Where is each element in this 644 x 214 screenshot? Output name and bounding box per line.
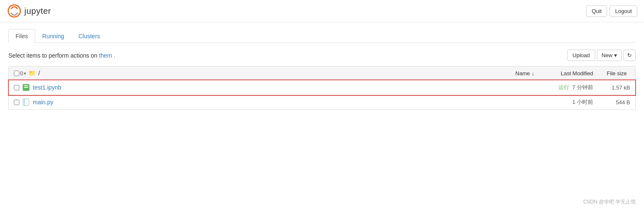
refresh-icon: ↻ [627, 52, 632, 58]
modified-time-main: 1 小时前 [572, 99, 593, 105]
file-checkbox-main[interactable] [14, 100, 19, 105]
modified-time-test1: 7 分钟前 [572, 84, 593, 90]
new-dropdown-icon: ▾ [614, 52, 617, 58]
jupyter-logo-icon [7, 3, 22, 18]
select-all-checkbox[interactable] [14, 71, 19, 76]
checkbox-dropdown-icon[interactable]: ▾ [24, 71, 26, 76]
action-text-prefix: Select items to perform actions on [8, 52, 97, 59]
file-checkbox-test1[interactable] [14, 85, 19, 90]
quit-button[interactable]: Quit [586, 5, 607, 17]
action-text-suffix: . [114, 52, 116, 59]
action-bar: Select items to perform actions on them … [8, 50, 636, 61]
select-all-wrapper: 0 ▾ [14, 70, 26, 77]
navbar: jupyter Quit Logout [0, 0, 644, 22]
file-name-main[interactable]: main.py [33, 99, 53, 106]
main-container: Files Running Clusters Select items to p… [0, 22, 644, 116]
col-name-header[interactable]: Name ↓ [512, 70, 538, 77]
notebook-icon [23, 84, 29, 91]
file-list-header: 0 ▾ 📁 / Name ↓ Last Modified File size [9, 66, 635, 80]
file-row-left-main: main.py [14, 98, 538, 106]
upload-button[interactable]: Upload [567, 50, 595, 61]
header-left: 0 ▾ 📁 / [14, 70, 512, 77]
tab-files[interactable]: Files [8, 29, 35, 43]
col-size-header: File size [597, 70, 630, 77]
file-name-test1[interactable]: test1.ipynb [33, 84, 61, 91]
action-text-link[interactable]: them [99, 52, 112, 59]
running-badge: 运行 [558, 84, 569, 90]
python-icon [23, 98, 29, 106]
brand: jupyter [7, 3, 51, 18]
file-size-test1: 1.57 kB [597, 85, 630, 91]
header-right: Name ↓ Last Modified File size [512, 70, 630, 77]
action-description: Select items to perform actions on them … [8, 52, 115, 59]
new-button-label: New [602, 52, 612, 58]
folder-icon: 📁 [29, 70, 36, 77]
logout-button[interactable]: Logout [610, 5, 637, 17]
file-row-left-test1: test1.ipynb [14, 84, 538, 91]
file-modified-main: 1 小时前 [538, 98, 597, 106]
file-action-buttons: Upload New ▾ ↻ [567, 50, 636, 61]
file-size-main: 544 B [597, 99, 630, 106]
new-button[interactable]: New ▾ [597, 50, 622, 61]
file-row-right-main: 1 小时前 544 B [538, 98, 630, 106]
file-modified-test1: 运行 7 分钟前 [538, 84, 597, 91]
file-row-main: main.py 1 小时前 544 B [9, 95, 635, 109]
col-modified-header[interactable]: Last Modified [538, 70, 597, 77]
tab-clusters[interactable]: Clusters [71, 29, 107, 43]
navbar-action-buttons: Quit Logout [586, 5, 637, 17]
tab-running[interactable]: Running [35, 29, 71, 43]
tab-bar: Files Running Clusters [8, 29, 636, 43]
sort-icon: ↓ [532, 70, 535, 77]
refresh-button[interactable]: ↻ [623, 50, 636, 61]
file-row-right-test1: 运行 7 分钟前 1.57 kB [538, 84, 630, 91]
brand-name: jupyter [24, 6, 51, 16]
breadcrumb: / [38, 70, 40, 77]
file-list: 0 ▾ 📁 / Name ↓ Last Modified File size t [8, 66, 636, 110]
file-row-test1: test1.ipynb 运行 7 分钟前 1.57 kB [9, 80, 635, 95]
svg-rect-1 [23, 99, 29, 106]
selected-count: 0 [20, 70, 23, 77]
